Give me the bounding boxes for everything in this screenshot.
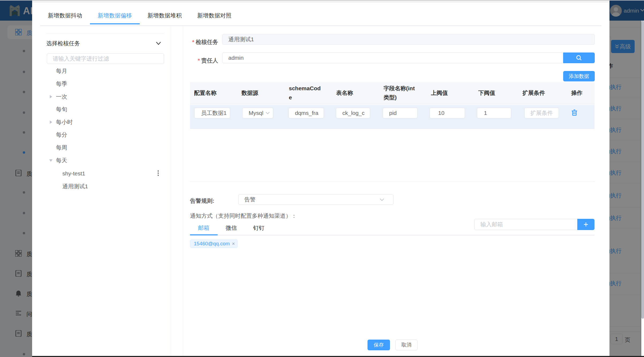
add-data-button[interactable]: 添加数据 xyxy=(563,71,595,81)
col-header-text: 下阀值 xyxy=(478,88,495,97)
email-tag-text: 15460@qq.com xyxy=(194,240,230,248)
tab-data-jitter[interactable]: 新增数据抖动 xyxy=(40,7,90,24)
tree-node[interactable]: shy-test1 xyxy=(32,167,171,180)
owner-search-button[interactable] xyxy=(563,52,595,63)
tree-node[interactable]: 每周 xyxy=(32,141,171,154)
table-row[interactable]: 员工数据1 Mysql dqms_fra ck_log_c pid 10 1 扩… xyxy=(190,105,594,129)
col-header: 字段名称(int类型) xyxy=(384,82,418,104)
task-value: 通用测试1 xyxy=(222,36,254,43)
alert-rule-select[interactable]: 告警 xyxy=(238,194,393,205)
tab-data-pileup[interactable]: 新增数据堆积 xyxy=(140,7,190,24)
vertical-scrollbar-thumb[interactable] xyxy=(641,21,644,319)
datasource-select[interactable]: Mysql xyxy=(242,108,273,118)
tree-node[interactable]: 通用测试1 xyxy=(32,180,171,193)
tab-label: 新增数据对照 xyxy=(197,12,232,19)
col-header-text: 上阀值 xyxy=(431,88,448,97)
col-header-text: 字段名称(int类型) xyxy=(384,84,418,102)
cancel-button[interactable]: 取消 xyxy=(395,340,418,350)
plus-icon xyxy=(584,222,588,227)
col-header: 数据源 xyxy=(241,82,258,104)
tree-node-label: 每旬 xyxy=(56,106,67,113)
col-header: 配置名称 xyxy=(194,82,217,104)
tree-panel-title[interactable]: 选择检核任务 xyxy=(46,40,80,47)
notify-tabs-border xyxy=(190,235,594,235)
task-input: 通用测试1 xyxy=(222,34,595,45)
horizontal-scrollbar[interactable] xyxy=(32,356,644,357)
tree-filter-input[interactable]: 请输入关键字进行过滤 xyxy=(47,53,164,64)
caret-right-icon[interactable] xyxy=(50,121,52,124)
tree-node-label: 每天 xyxy=(56,157,67,164)
tree-node[interactable]: 每分 xyxy=(32,128,171,141)
kebab-dot xyxy=(158,172,159,174)
tab-data-offset[interactable]: 新增数据偏移 xyxy=(90,7,140,24)
col-header: 扩展条件 xyxy=(522,82,545,104)
save-label: 保存 xyxy=(374,341,384,348)
owner-value: admin xyxy=(222,55,244,61)
tab-label: 邮箱 xyxy=(198,225,209,231)
tag-close-icon[interactable]: × xyxy=(230,241,236,247)
node-menu-icon[interactable] xyxy=(157,170,159,177)
tree-node-label: 通用测试1 xyxy=(62,183,88,190)
ext-condition-input[interactable]: 扩展条件 xyxy=(524,108,559,118)
tab-dingtalk[interactable]: 钉钉 xyxy=(253,224,264,232)
datasource-value: Mysql xyxy=(243,110,263,116)
field-name-value: pid xyxy=(383,110,397,116)
tree-node-label: 一次 xyxy=(56,93,67,100)
col-header: 上阀值 xyxy=(431,82,448,104)
tree-panel-border xyxy=(171,26,171,357)
tab-label: 微信 xyxy=(226,225,237,231)
form-panel-border xyxy=(183,26,183,357)
table-name-input[interactable]: ck_log_c xyxy=(336,108,370,118)
email-input[interactable]: 输入邮箱 xyxy=(474,219,577,230)
tab-email[interactable]: 邮箱 xyxy=(198,224,209,232)
tree-node[interactable]: 每旬 xyxy=(32,103,171,116)
tree-node[interactable]: 每月 xyxy=(32,65,171,77)
schema-code-input[interactable]: dqms_fra xyxy=(289,108,324,118)
col-header: schemaCode xyxy=(289,82,323,104)
tree-node[interactable]: 每季 xyxy=(32,77,171,90)
tree-node-label: 每小时 xyxy=(56,118,73,126)
window-top-edge xyxy=(0,0,644,1)
tab-wechat[interactable]: 微信 xyxy=(226,224,237,232)
upper-threshold-input[interactable]: 10 xyxy=(430,108,465,118)
save-button[interactable]: 保存 xyxy=(368,340,390,350)
tree-node[interactable]: 每天 xyxy=(32,154,171,167)
schema-code-value: dqms_fra xyxy=(289,110,319,116)
col-header-text: 数据源 xyxy=(241,88,258,97)
kebab-dot xyxy=(158,170,159,172)
owner-label-text: 责任人 xyxy=(201,57,218,63)
tree-node-label: 每季 xyxy=(56,80,67,88)
table-bottom-border xyxy=(190,182,595,182)
table-name-value: ck_log_c xyxy=(336,110,365,116)
owner-input[interactable]: admin xyxy=(222,52,563,63)
col-header-text: 扩展条件 xyxy=(522,88,545,97)
col-header-text: 配置名称 xyxy=(194,88,217,97)
email-tag[interactable]: 15460@qq.com × xyxy=(190,239,238,248)
tab-label: 新增数据偏移 xyxy=(98,12,132,19)
required-asterisk: * xyxy=(192,39,194,45)
caret-down-icon[interactable] xyxy=(49,159,52,162)
email-placeholder: 输入邮箱 xyxy=(480,219,503,230)
upper-threshold-value: 10 xyxy=(430,110,444,116)
col-header: 操作 xyxy=(571,82,582,104)
tree-node-label: 每分 xyxy=(56,131,67,138)
vertical-scrollbar[interactable] xyxy=(641,21,644,357)
task-label-text: 检核任务 xyxy=(196,39,218,45)
tree-node[interactable]: 每小时 xyxy=(32,116,171,129)
search-icon xyxy=(576,55,582,61)
add-data-label: 添加数据 xyxy=(569,73,589,80)
chevron-down-icon xyxy=(380,198,384,201)
tab-data-compare[interactable]: 新增数据对照 xyxy=(190,7,239,24)
tree-node-label: shy-test1 xyxy=(62,170,85,177)
field-name-input[interactable]: pid xyxy=(383,108,418,118)
task-label: *检核任务 xyxy=(177,37,218,47)
tab-label: 新增数据抖动 xyxy=(48,12,82,19)
lower-threshold-input[interactable]: 1 xyxy=(477,108,511,118)
caret-right-icon[interactable] xyxy=(50,95,52,98)
delete-icon[interactable] xyxy=(571,109,577,116)
add-email-button[interactable] xyxy=(577,219,594,230)
tree-node[interactable]: 一次 xyxy=(32,90,171,103)
collapse-chevron-icon[interactable] xyxy=(156,42,161,45)
alert-rule-label: 告警规则: xyxy=(190,197,214,205)
config-name-input[interactable]: 员工数据1 xyxy=(194,108,230,118)
